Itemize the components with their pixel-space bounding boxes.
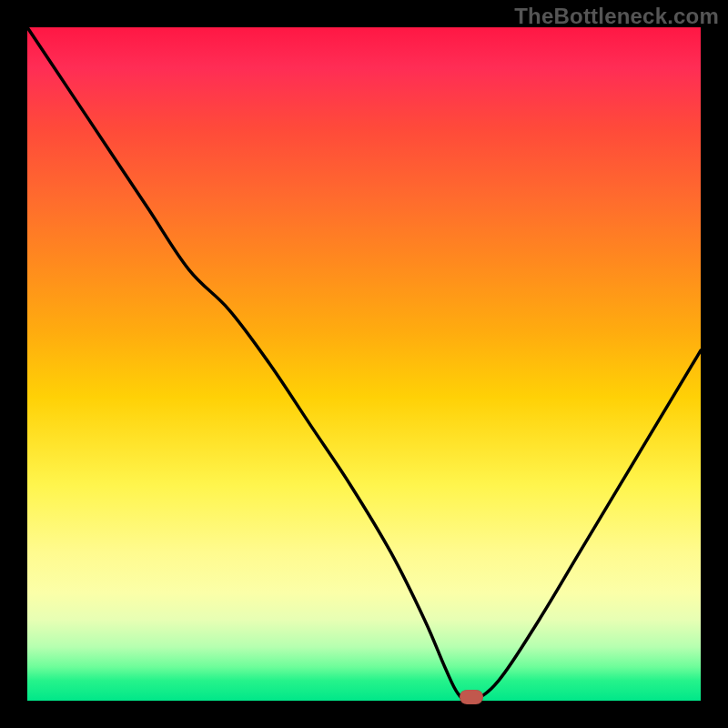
optimal-point-marker xyxy=(460,690,483,704)
plot-area xyxy=(27,27,701,701)
chart-frame: TheBottleneck.com xyxy=(0,0,728,728)
watermark-text: TheBottleneck.com xyxy=(514,4,719,29)
bottleneck-curve xyxy=(27,27,701,701)
